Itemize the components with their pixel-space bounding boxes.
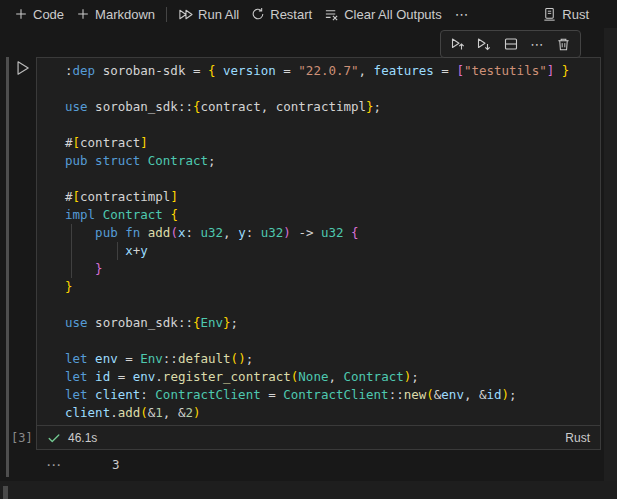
- indent-guide: [71, 224, 72, 278]
- execution-duration: 46.1s: [68, 431, 97, 445]
- code-line[interactable]: [65, 332, 600, 350]
- code-line[interactable]: use soroban_sdk::{contract, contractimpl…: [65, 98, 600, 116]
- below-cell-area: [0, 481, 617, 499]
- output-options-button[interactable]: ⋯: [44, 455, 64, 475]
- restart-icon: [251, 7, 265, 21]
- add-code-label: Code: [33, 7, 64, 22]
- cell-more-button[interactable]: ⋯: [525, 32, 549, 56]
- success-check-icon: [47, 431, 61, 445]
- kernel-name-label: Rust: [562, 7, 589, 22]
- code-line[interactable]: :dep soroban-sdk = { version = "22.0.7",…: [65, 62, 600, 80]
- code-line[interactable]: [65, 116, 600, 134]
- output-value: 3: [112, 457, 120, 472]
- code-line[interactable]: pub fn add(x: u32, y: u32) -> u32 {: [65, 224, 600, 242]
- code-line[interactable]: #[contractimpl]: [65, 188, 600, 206]
- run-all-icon: [178, 7, 193, 22]
- left-scrollbar-thumb[interactable]: [3, 486, 8, 499]
- plus-icon: [76, 7, 90, 21]
- cell-focus-indicator: [6, 57, 9, 477]
- cell-toolbar: ⋯: [440, 30, 581, 58]
- code-line[interactable]: }: [65, 260, 600, 278]
- clear-all-outputs-label: Clear All Outputs: [344, 7, 442, 22]
- toolbar-more-button[interactable]: ⋯: [448, 3, 477, 25]
- execution-count: [3]: [11, 431, 33, 445]
- code-line[interactable]: client.add(&1, &2): [65, 404, 600, 422]
- code-line[interactable]: #[contract]: [65, 134, 600, 152]
- clear-all-outputs-button[interactable]: Clear All Outputs: [318, 4, 448, 25]
- plus-icon: [14, 7, 28, 21]
- code-line[interactable]: let env = Env::default();: [65, 350, 600, 368]
- code-editor[interactable]: :dep soroban-sdk = { version = "22.0.7",…: [37, 58, 600, 425]
- indent-guide: [117, 242, 118, 260]
- restart-button[interactable]: Restart: [245, 4, 318, 25]
- code-line[interactable]: [65, 80, 600, 98]
- delete-cell-button[interactable]: [551, 32, 575, 56]
- add-markdown-label: Markdown: [95, 7, 155, 22]
- code-line[interactable]: let client: ContractClient = ContractCli…: [65, 386, 600, 404]
- code-line[interactable]: [65, 170, 600, 188]
- play-icon: [13, 59, 31, 77]
- kernel-icon: [542, 7, 557, 22]
- clear-outputs-icon: [324, 7, 339, 22]
- add-markdown-button[interactable]: Markdown: [70, 4, 161, 25]
- notebook-toolbar: Code Markdown Run All Restart Clear All …: [0, 0, 617, 28]
- code-line[interactable]: }: [65, 278, 600, 296]
- code-line[interactable]: [65, 296, 600, 314]
- code-line[interactable]: let id = env.register_contract(None, Con…: [65, 368, 600, 386]
- code-line[interactable]: use soroban_sdk::{Env};: [65, 314, 600, 332]
- kernel-picker[interactable]: Rust: [536, 4, 595, 25]
- code-line[interactable]: impl Contract {: [65, 206, 600, 224]
- code-line[interactable]: pub struct Contract;: [65, 152, 600, 170]
- code-line[interactable]: x+y: [65, 242, 600, 260]
- add-code-button[interactable]: Code: [8, 4, 70, 25]
- code-cell: :dep soroban-sdk = { version = "22.0.7",…: [36, 57, 601, 450]
- run-cell-button[interactable]: [12, 58, 32, 78]
- split-cell-button[interactable]: [499, 32, 523, 56]
- run-all-label: Run All: [198, 7, 239, 22]
- scrollbar-track[interactable]: [604, 28, 617, 499]
- execute-below-button[interactable]: [472, 32, 496, 56]
- run-all-button[interactable]: Run All: [172, 4, 245, 25]
- toolbar-separator: [166, 7, 167, 22]
- cell-language-picker[interactable]: Rust: [565, 431, 590, 445]
- restart-label: Restart: [270, 7, 312, 22]
- notebook-editor: Code Markdown Run All Restart Clear All …: [0, 0, 617, 499]
- cell-status-bar: 46.1s Rust: [37, 425, 600, 449]
- execute-above-button[interactable]: [446, 32, 470, 56]
